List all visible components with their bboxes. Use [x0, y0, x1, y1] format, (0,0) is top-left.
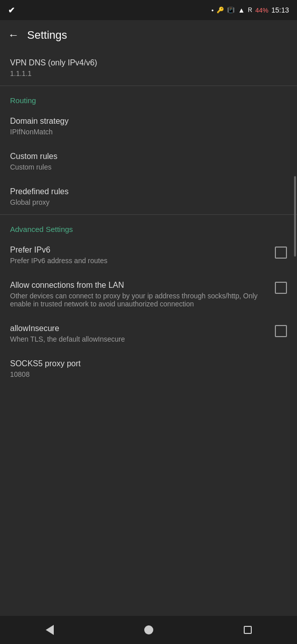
app-header: ← Settings: [0, 20, 297, 50]
domain-strategy-item[interactable]: Domain strategy IPIfNonMatch: [0, 109, 297, 144]
battery-percent: 44%: [255, 7, 268, 14]
signal-icon: R: [248, 7, 252, 14]
allow-lan-item[interactable]: Allow connections from the LAN Other dev…: [0, 273, 297, 316]
prefer-ipv6-text-group: Prefer IPv6 Prefer IPv6 address and rout…: [10, 246, 269, 265]
prefer-ipv6-item[interactable]: Prefer IPv6 Prefer IPv6 address and rout…: [0, 237, 297, 273]
vpn-dns-item[interactable]: VPN DNS (only IPv4/v6) 1.1.1.1: [0, 50, 297, 86]
home-nav-icon: [144, 625, 153, 634]
prefer-ipv6-label: Prefer IPv6: [10, 246, 269, 255]
vpn-dns-value: 1.1.1.1: [10, 69, 287, 77]
socks5-port-item[interactable]: SOCKS5 proxy port 10808: [0, 351, 297, 386]
home-nav-button[interactable]: [134, 620, 164, 640]
key-icon: 🔑: [217, 7, 224, 14]
settings-content: VPN DNS (only IPv4/v6) 1.1.1.1 Routing D…: [0, 50, 297, 616]
status-bar: ✔ ● 🔑 📳 ▲ R 44% 15:13: [0, 0, 297, 20]
recents-nav-icon: [244, 626, 252, 634]
wifi-icon: ▲: [238, 6, 245, 14]
domain-strategy-label: Domain strategy: [10, 117, 287, 126]
allow-lan-text-group: Allow connections from the LAN Other dev…: [10, 281, 269, 308]
nav-v-icon: ✔: [8, 6, 15, 15]
nav-bar: [0, 616, 297, 644]
back-nav-button[interactable]: [35, 620, 65, 640]
allow-insecure-item[interactable]: allowInsecure When TLS, the default allo…: [0, 316, 297, 351]
page-wrapper: ✔ ● 🔑 📳 ▲ R 44% 15:13 ← Settings VPN DNS…: [0, 0, 297, 644]
domain-strategy-value: IPIfNonMatch: [10, 128, 287, 136]
allow-insecure-text-group: allowInsecure When TLS, the default allo…: [10, 324, 269, 343]
prefer-ipv6-checkbox[interactable]: [275, 247, 287, 259]
vpn-dns-label: VPN DNS (only IPv4/v6): [10, 58, 287, 67]
predefined-rules-item[interactable]: Predefined rules Global proxy: [0, 179, 297, 214]
custom-rules-label: Custom rules: [10, 152, 287, 161]
custom-rules-value: Custom rules: [10, 163, 287, 171]
scrollbar: [294, 176, 296, 257]
allow-lan-value: Other devices can connect to proxy by yo…: [10, 292, 269, 308]
allow-lan-checkbox[interactable]: [275, 282, 287, 294]
back-button[interactable]: ←: [8, 29, 19, 42]
routing-section-header: Routing: [0, 86, 297, 109]
prefer-ipv6-value: Prefer IPv6 address and routes: [10, 257, 269, 265]
advanced-settings-section-header: Advanced Settings: [0, 215, 297, 237]
recents-nav-button[interactable]: [233, 620, 263, 640]
vibrate-icon: 📳: [227, 7, 235, 14]
socks5-port-label: SOCKS5 proxy port: [10, 359, 287, 368]
time-display: 15:13: [271, 6, 289, 14]
status-bar-right: ● 🔑 📳 ▲ R 44% 15:13: [212, 6, 289, 14]
socks5-port-value: 10808: [10, 370, 287, 378]
allow-insecure-value: When TLS, the default allowInsecure: [10, 335, 269, 343]
back-nav-icon: [46, 625, 54, 635]
allow-insecure-checkbox[interactable]: [275, 325, 287, 337]
dot-icon: ●: [212, 8, 214, 13]
custom-rules-item[interactable]: Custom rules Custom rules: [0, 144, 297, 179]
allow-lan-label: Allow connections from the LAN: [10, 281, 269, 290]
allow-insecure-label: allowInsecure: [10, 324, 269, 333]
predefined-rules-label: Predefined rules: [10, 187, 287, 196]
predefined-rules-value: Global proxy: [10, 198, 287, 206]
status-bar-left: ✔: [8, 6, 15, 15]
page-title: Settings: [27, 29, 67, 42]
